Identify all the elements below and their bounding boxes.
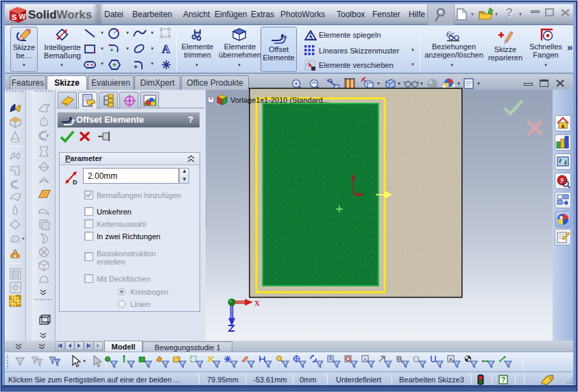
svg-text:A: A bbox=[309, 34, 313, 40]
svg-text:A: A bbox=[363, 356, 368, 363]
svg-text:S: S bbox=[560, 177, 564, 184]
svg-text:X: X bbox=[254, 299, 260, 307]
svg-text:A: A bbox=[162, 43, 170, 55]
svg-text:S: S bbox=[12, 13, 17, 21]
svg-text:D: D bbox=[73, 179, 77, 186]
svg-text:?: ? bbox=[501, 376, 505, 384]
svg-text:A: A bbox=[449, 356, 453, 363]
svg-text:W: W bbox=[19, 12, 26, 21]
